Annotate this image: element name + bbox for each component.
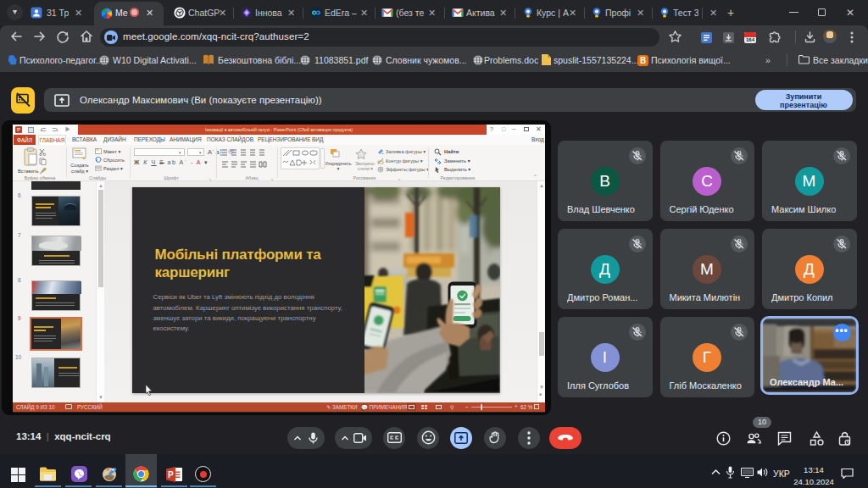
- svg-text:P: P: [168, 470, 174, 480]
